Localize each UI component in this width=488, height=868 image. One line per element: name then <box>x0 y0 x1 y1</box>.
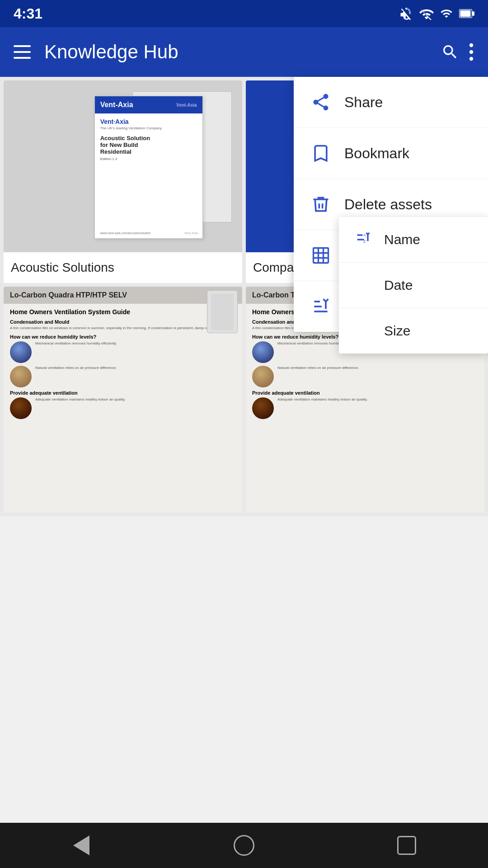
dropdown-share[interactable]: Share <box>294 77 488 128</box>
card-acoustic-solutions[interactable]: Vent-Axia Vent-Axia Vent·Axia The UK's l… <box>4 80 242 283</box>
sort-name-label: Name <box>384 232 420 247</box>
svg-rect-5 <box>14 51 31 53</box>
doc-body-title: Acoustic Solutionfor New BuildResidentia… <box>100 135 197 155</box>
card-locarbon-quadra-image: Lo-Carbon Quadra HTP/HTP SELV Home Owner… <box>4 287 242 513</box>
battery-icon <box>459 7 474 20</box>
svg-rect-6 <box>14 57 31 59</box>
nav-back-icon <box>73 835 89 855</box>
status-time: 4:31 <box>14 5 42 22</box>
dropdown-bookmark[interactable]: Bookmark <box>294 128 488 179</box>
search-button[interactable] <box>441 43 459 61</box>
svg-text:Z: Z <box>363 239 366 244</box>
svg-rect-1 <box>472 11 474 16</box>
svg-rect-4 <box>14 45 31 47</box>
doc-watermark: Vent-Axia <box>184 231 198 235</box>
sort-by-date[interactable]: Date <box>339 263 488 308</box>
card4-circle2-text: Natural ventilation relies on air pressu… <box>277 366 359 387</box>
svg-rect-3 <box>460 10 470 17</box>
share-icon <box>310 91 332 113</box>
more-options-button[interactable] <box>468 43 474 61</box>
card4-circle2 <box>252 366 274 387</box>
doc-brand: Vent·Axia <box>100 118 197 125</box>
doc-logo-right: Vent-Axia <box>176 103 197 108</box>
card3-circle2 <box>10 366 32 387</box>
sort-icon <box>310 296 332 317</box>
card3-section1: Condensation and Mould <box>10 319 236 325</box>
sort-size-icon <box>353 321 373 341</box>
card3-text1: A thin condensation film on windows is c… <box>10 326 236 330</box>
dropdown-delete-label: Delete assets <box>344 196 432 213</box>
card-locarbon-quadra[interactable]: Lo-Carbon Quadra HTP/HTP SELV Home Owner… <box>4 287 242 513</box>
doc-brand-sub: The UK's leading Ventilation Company <box>100 126 197 130</box>
dropdown-bookmark-label: Bookmark <box>344 145 409 162</box>
nav-home-icon <box>234 835 254 856</box>
doc-edition: Edition 1.2 <box>100 157 197 161</box>
card3-circle3-text: Adequate ventilation maintains healthy i… <box>35 397 126 419</box>
card3-device <box>207 290 238 333</box>
bookmark-icon <box>310 142 332 164</box>
nav-recent-button[interactable] <box>393 832 420 859</box>
card3-circle1-text: Mechanical ventilation removes humidity … <box>35 341 117 363</box>
app-bar: Knowledge Hub <box>0 27 488 77</box>
card4-circle1 <box>252 341 274 363</box>
nav-back-button[interactable] <box>68 832 95 859</box>
status-bar: 4:31 <box>0 0 488 27</box>
card3-section2: How can we reduce humidity levels? <box>10 334 236 340</box>
card4-circle3-text: Adequate ventilation maintains healthy i… <box>277 397 368 419</box>
svg-point-9 <box>469 57 473 61</box>
wifi-icon <box>419 7 434 20</box>
card3-product: Lo-Carbon Quadra HTP/HTP SELV <box>10 291 127 299</box>
card3-section3: Provide adequate ventilation <box>10 390 236 396</box>
svg-point-8 <box>469 50 473 54</box>
card3-circle1 <box>10 341 32 363</box>
doc-logo: Vent-Axia <box>100 101 133 109</box>
svg-point-7 <box>469 43 473 47</box>
card3-guide-title: Home Owners Ventilation System Guide <box>10 308 236 316</box>
card-acoustic-image: Vent-Axia Vent-Axia Vent·Axia The UK's l… <box>4 80 242 252</box>
list-icon <box>310 245 332 266</box>
app-bar-title: Knowledge Hub <box>44 41 441 63</box>
status-icons <box>399 7 474 20</box>
nav-bar <box>0 823 488 868</box>
card-acoustic-label: Acoustic Solutions <box>4 252 242 283</box>
menu-button[interactable] <box>14 45 31 59</box>
delete-icon <box>310 193 332 215</box>
doc-url: www.vent-axia.com/acousticsolution <box>100 231 151 235</box>
app-bar-actions <box>441 43 474 61</box>
sort-size-label: Size <box>384 323 410 339</box>
card3-circle3 <box>10 397 32 419</box>
signal-icon <box>440 7 453 20</box>
sort-by-size[interactable]: Size <box>339 308 488 354</box>
card3-circle2-text: Natural ventilation relies on air pressu… <box>35 366 117 387</box>
nav-recent-icon <box>397 836 416 855</box>
card4-circle3 <box>252 397 274 419</box>
dropdown-share-label: Share <box>344 94 383 111</box>
card4-section3: Provide adequate ventilation <box>252 390 478 396</box>
sort-by-name[interactable]: A Z Name <box>339 217 488 263</box>
notification-mute-icon <box>399 7 413 20</box>
svg-text:A: A <box>363 233 366 237</box>
sort-date-label: Date <box>384 278 413 293</box>
sort-az-icon: A Z <box>353 230 373 250</box>
svg-rect-10 <box>314 248 328 263</box>
nav-home-button[interactable] <box>230 832 258 859</box>
sort-date-icon <box>353 275 373 295</box>
sort-sub-dropdown: A Z Name Date Size <box>339 217 488 354</box>
